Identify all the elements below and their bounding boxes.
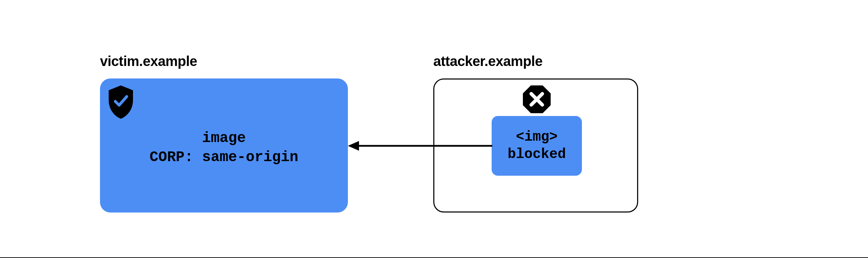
shield-check-icon (107, 85, 135, 120)
blocked-octagon-icon (522, 85, 551, 115)
request-arrow-icon (347, 139, 493, 154)
svg-marker-2 (348, 141, 359, 151)
victim-box: image CORP: same-origin (100, 78, 348, 213)
diagram-canvas: victim.example image CORP: same-origin a… (0, 0, 868, 258)
img-blocked-box: <img> blocked (492, 116, 582, 176)
victim-body-text: image CORP: same-origin (100, 129, 348, 167)
img-tag-text: <img> (516, 128, 558, 146)
blocked-text: blocked (508, 146, 566, 163)
attacker-title: attacker.example (433, 53, 542, 69)
victim-title: victim.example (100, 53, 197, 69)
